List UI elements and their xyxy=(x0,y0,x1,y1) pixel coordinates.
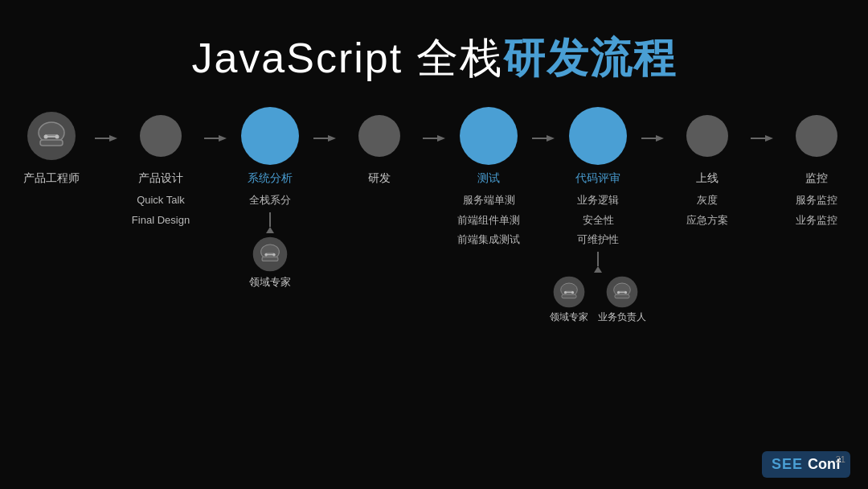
expert-cr-2: 业务负责人 xyxy=(598,276,646,324)
svg-rect-13 xyxy=(262,257,278,261)
arrow-svg-4 xyxy=(423,133,445,144)
arrow-2 xyxy=(204,107,227,144)
label-product-design: 产品设计 xyxy=(138,171,183,186)
detail-test-3: 前端集成测试 xyxy=(457,230,520,250)
brand-see: SEE xyxy=(772,456,803,473)
detail-online: 灰度 应急方案 xyxy=(686,191,728,230)
detail-code-review: 业务逻辑 安全性 可维护性 xyxy=(577,191,619,250)
circle-inner-monitor xyxy=(796,115,837,157)
arrow-1 xyxy=(95,107,117,144)
arrow-svg-5 xyxy=(532,133,555,144)
experts-cr-block: 领域专家 业务负责人 xyxy=(550,276,646,324)
circle-inner-dev xyxy=(358,115,400,157)
arrow-4 xyxy=(423,107,445,144)
vert-arrow-sys xyxy=(266,212,274,233)
label-online: 上线 xyxy=(696,171,719,186)
detail-monitor-1: 服务监控 xyxy=(796,191,837,211)
helmet-svg-expert-sys xyxy=(252,236,288,272)
label-monitor: 监控 xyxy=(805,171,828,186)
expert-cr-1: 领域专家 xyxy=(550,276,588,324)
detail-system-analysis: 全栈系分 xyxy=(249,191,291,211)
svg-rect-26 xyxy=(562,294,576,298)
svg-rect-2 xyxy=(40,140,63,146)
circle-code-review xyxy=(569,107,627,165)
arrow-svg-2 xyxy=(204,133,227,144)
svg-marker-39 xyxy=(656,135,664,142)
arrow-svg-1 xyxy=(95,133,117,144)
detail-monitor-2: 业务监控 xyxy=(796,211,837,231)
svg-marker-23 xyxy=(547,135,555,142)
brand-badge: SEE Conf 31 xyxy=(762,451,850,478)
svg-marker-19 xyxy=(328,135,336,142)
label-expert-sys: 领域专家 xyxy=(249,275,291,290)
helmet-svg-expert-cr1 xyxy=(553,276,585,308)
svg-rect-33 xyxy=(615,294,629,298)
diagram-area: 产品工程师 产品设计 Quick Talk Final Design 系统分析 xyxy=(0,107,868,324)
node-product-design: 产品设计 Quick Talk Final Design xyxy=(117,107,204,230)
arrow-5 xyxy=(532,107,555,144)
arrow-svg-6 xyxy=(641,133,664,144)
label-code-review: 代码评审 xyxy=(575,171,620,186)
circle-monitor xyxy=(796,107,837,165)
detail-online-1: 灰度 xyxy=(686,191,728,211)
detail-cr-1: 业务逻辑 xyxy=(577,191,619,211)
detail-online-2: 应急方案 xyxy=(686,211,728,231)
label-system-analysis: 系统分析 xyxy=(248,171,293,186)
circle-system-analysis xyxy=(241,107,299,165)
detail-test-1: 服务端单测 xyxy=(457,191,520,211)
detail-cr-3: 可维护性 xyxy=(577,230,619,250)
node-dev: 研发 xyxy=(336,107,423,239)
node-online: 上线 灰度 应急方案 xyxy=(664,107,751,230)
vert-line-sys xyxy=(269,212,271,227)
label-expert-cr1: 领域专家 xyxy=(550,310,588,324)
circle-inner-code-review xyxy=(569,107,627,165)
circle-online xyxy=(686,107,728,165)
circle-test xyxy=(460,107,518,165)
arrow-svg-3 xyxy=(313,133,336,144)
detail-sys-1: 全栈系分 xyxy=(249,191,291,211)
svg-marker-8 xyxy=(109,135,117,142)
detail-product-design-2: Final Design xyxy=(132,211,190,231)
label-product-engineer: 产品工程师 xyxy=(23,171,80,186)
label-dev: 研发 xyxy=(368,171,391,186)
node-code-review: 代码评审 业务逻辑 安全性 可维护性 领域专家 xyxy=(555,107,641,324)
label-test: 测试 xyxy=(477,171,500,186)
arrow-svg-7 xyxy=(751,133,773,144)
detail-product-design-1: Quick Talk xyxy=(132,191,190,211)
detail-test: 服务端单测 前端组件单测 前端集成测试 xyxy=(457,191,520,250)
arrow-3 xyxy=(313,107,336,144)
detail-test-2: 前端组件单测 xyxy=(457,211,520,231)
vert-arrow-cr xyxy=(594,252,602,273)
helmet-svg-expert-cr2 xyxy=(606,276,638,308)
circle-dev xyxy=(358,107,400,165)
detail-monitor: 服务监控 业务监控 xyxy=(796,191,837,230)
node-monitor: 监控 服务监控 业务监控 xyxy=(773,107,860,230)
node-system-analysis: 系统分析 全栈系分 领域专家 xyxy=(227,107,313,290)
circle-inner-system-analysis xyxy=(241,107,299,165)
arrow-7 xyxy=(751,107,773,144)
arrow-6 xyxy=(641,107,664,144)
svg-marker-41 xyxy=(765,135,773,142)
page-title: JavaScript 全栈研发流程 xyxy=(0,31,868,87)
node-test: 测试 服务端单测 前端组件单测 前端集成测试 xyxy=(445,107,532,250)
circle-product-design xyxy=(140,107,182,165)
expert-sys-block: 领域专家 xyxy=(249,236,291,290)
vert-arrowhead-sys xyxy=(266,227,274,233)
title-prefix: JavaScript 全栈 xyxy=(191,35,502,81)
node-product-engineer: 产品工程师 xyxy=(8,107,95,239)
circle-inner-product-design xyxy=(140,115,182,157)
vert-arrowhead-cr xyxy=(594,266,602,273)
title-highlight: 研发流程 xyxy=(503,35,677,81)
circle-inner-online xyxy=(686,115,728,157)
svg-marker-10 xyxy=(219,135,227,142)
title-area: JavaScript 全栈研发流程 xyxy=(0,0,868,103)
detail-cr-2: 安全性 xyxy=(577,211,619,231)
circle-inner-test xyxy=(460,107,518,165)
helmet-svg-product xyxy=(27,111,76,161)
label-expert-cr2: 业务负责人 xyxy=(598,310,646,324)
detail-product-design: Quick Talk Final Design xyxy=(132,191,190,230)
brand-page-num: 31 xyxy=(836,454,845,464)
vert-line-cr xyxy=(597,252,599,266)
svg-marker-21 xyxy=(437,135,445,142)
helmet-icon-product xyxy=(23,107,80,165)
